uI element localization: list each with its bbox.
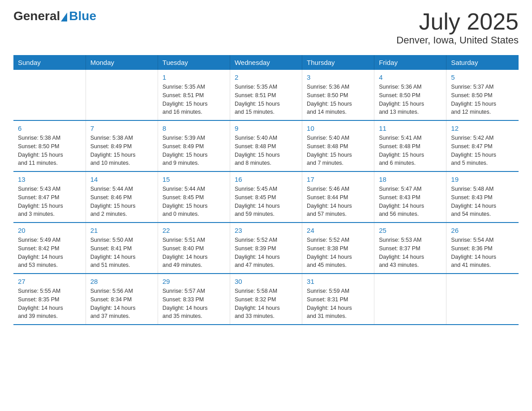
day-number: 24 xyxy=(307,227,369,234)
day-info: Sunrise: 5:41 AMSunset: 8:48 PMDaylight:… xyxy=(379,134,442,167)
week-row-1: 1Sunrise: 5:35 AMSunset: 8:51 PMDaylight… xyxy=(13,70,519,120)
header-sunday: Sunday xyxy=(13,55,86,70)
day-number: 26 xyxy=(451,227,514,234)
day-cell: 26Sunrise: 5:54 AMSunset: 8:36 PMDayligh… xyxy=(446,223,519,274)
day-info: Sunrise: 5:45 AMSunset: 8:45 PMDaylight:… xyxy=(235,185,297,218)
header-monday: Monday xyxy=(86,55,158,70)
day-info: Sunrise: 5:40 AMSunset: 8:48 PMDaylight:… xyxy=(235,134,297,167)
day-info: Sunrise: 5:53 AMSunset: 8:37 PMDaylight:… xyxy=(379,236,442,270)
day-info: Sunrise: 5:58 AMSunset: 8:32 PMDaylight:… xyxy=(235,287,297,321)
day-number: 23 xyxy=(235,227,297,234)
day-cell: 3Sunrise: 5:36 AMSunset: 8:50 PMDaylight… xyxy=(302,70,374,120)
day-cell: 12Sunrise: 5:42 AMSunset: 8:47 PMDayligh… xyxy=(446,120,519,171)
day-info: Sunrise: 5:47 AMSunset: 8:43 PMDaylight:… xyxy=(379,185,442,218)
day-cell: 29Sunrise: 5:57 AMSunset: 8:33 PMDayligh… xyxy=(158,274,230,325)
day-number: 28 xyxy=(90,278,153,285)
day-info: Sunrise: 5:38 AMSunset: 8:49 PMDaylight:… xyxy=(90,134,153,167)
day-number: 5 xyxy=(451,73,514,81)
header-saturday: Saturday xyxy=(446,55,519,70)
day-number: 8 xyxy=(163,124,225,132)
day-cell xyxy=(446,274,519,325)
day-number: 6 xyxy=(18,124,81,132)
day-cell: 24Sunrise: 5:52 AMSunset: 8:38 PMDayligh… xyxy=(302,223,374,274)
day-number: 4 xyxy=(379,73,442,81)
day-number: 1 xyxy=(163,73,225,81)
day-cell: 15Sunrise: 5:44 AMSunset: 8:45 PMDayligh… xyxy=(158,171,230,223)
day-info: Sunrise: 5:52 AMSunset: 8:38 PMDaylight:… xyxy=(307,236,369,270)
day-cell: 27Sunrise: 5:55 AMSunset: 8:35 PMDayligh… xyxy=(13,274,86,325)
day-cell: 13Sunrise: 5:43 AMSunset: 8:47 PMDayligh… xyxy=(13,171,86,223)
day-info: Sunrise: 5:55 AMSunset: 8:35 PMDaylight:… xyxy=(18,287,81,321)
day-info: Sunrise: 5:35 AMSunset: 8:51 PMDaylight:… xyxy=(163,83,225,116)
title-block: July 2025 Denver, Iowa, United States xyxy=(396,9,519,46)
day-cell xyxy=(86,70,158,120)
day-cell: 1Sunrise: 5:35 AMSunset: 8:51 PMDaylight… xyxy=(158,70,230,120)
week-row-3: 13Sunrise: 5:43 AMSunset: 8:47 PMDayligh… xyxy=(13,171,519,223)
day-cell: 23Sunrise: 5:52 AMSunset: 8:39 PMDayligh… xyxy=(230,223,302,274)
day-cell: 8Sunrise: 5:39 AMSunset: 8:49 PMDaylight… xyxy=(158,120,230,171)
day-number: 21 xyxy=(90,227,153,234)
day-info: Sunrise: 5:43 AMSunset: 8:47 PMDaylight:… xyxy=(18,185,81,218)
logo-blue-text: Blue xyxy=(69,9,96,23)
day-number: 12 xyxy=(451,124,514,132)
day-cell: 11Sunrise: 5:41 AMSunset: 8:48 PMDayligh… xyxy=(374,120,446,171)
day-cell: 14Sunrise: 5:44 AMSunset: 8:46 PMDayligh… xyxy=(86,171,158,223)
day-cell xyxy=(13,70,86,120)
day-cell: 9Sunrise: 5:40 AMSunset: 8:48 PMDaylight… xyxy=(230,120,302,171)
logo-triangle-icon xyxy=(61,13,67,21)
day-info: Sunrise: 5:42 AMSunset: 8:47 PMDaylight:… xyxy=(451,134,514,167)
day-number: 10 xyxy=(307,124,369,132)
day-cell: 5Sunrise: 5:37 AMSunset: 8:50 PMDaylight… xyxy=(446,70,519,120)
day-number: 29 xyxy=(163,278,225,285)
day-cell: 10Sunrise: 5:40 AMSunset: 8:48 PMDayligh… xyxy=(302,120,374,171)
header-wednesday: Wednesday xyxy=(230,55,302,70)
day-info: Sunrise: 5:39 AMSunset: 8:49 PMDaylight:… xyxy=(163,134,225,167)
logo: General Blue xyxy=(13,9,96,23)
day-info: Sunrise: 5:46 AMSunset: 8:44 PMDaylight:… xyxy=(307,185,369,218)
day-info: Sunrise: 5:59 AMSunset: 8:31 PMDaylight:… xyxy=(307,287,369,321)
day-number: 22 xyxy=(163,227,225,234)
logo-general-text: General xyxy=(13,9,60,23)
day-number: 11 xyxy=(379,124,442,132)
day-info: Sunrise: 5:51 AMSunset: 8:40 PMDaylight:… xyxy=(163,236,225,270)
calendar-title: July 2025 xyxy=(396,9,519,34)
day-cell: 20Sunrise: 5:49 AMSunset: 8:42 PMDayligh… xyxy=(13,223,86,274)
page-header: General Blue July 2025 Denver, Iowa, Uni… xyxy=(13,9,519,46)
day-number: 17 xyxy=(307,176,369,183)
day-cell: 2Sunrise: 5:35 AMSunset: 8:51 PMDaylight… xyxy=(230,70,302,120)
header-tuesday: Tuesday xyxy=(158,55,230,70)
day-cell: 6Sunrise: 5:38 AMSunset: 8:50 PMDaylight… xyxy=(13,120,86,171)
day-number: 16 xyxy=(235,176,297,183)
day-number: 31 xyxy=(307,278,369,285)
day-info: Sunrise: 5:38 AMSunset: 8:50 PMDaylight:… xyxy=(18,134,81,167)
day-info: Sunrise: 5:36 AMSunset: 8:50 PMDaylight:… xyxy=(379,83,442,116)
day-info: Sunrise: 5:57 AMSunset: 8:33 PMDaylight:… xyxy=(163,287,225,321)
calendar-table: SundayMondayTuesdayWednesdayThursdayFrid… xyxy=(13,55,519,325)
day-number: 19 xyxy=(451,176,514,183)
day-cell: 18Sunrise: 5:47 AMSunset: 8:43 PMDayligh… xyxy=(374,171,446,223)
day-number: 18 xyxy=(379,176,442,183)
day-number: 25 xyxy=(379,227,442,234)
day-info: Sunrise: 5:50 AMSunset: 8:41 PMDaylight:… xyxy=(90,236,153,270)
day-info: Sunrise: 5:56 AMSunset: 8:34 PMDaylight:… xyxy=(90,287,153,321)
day-info: Sunrise: 5:54 AMSunset: 8:36 PMDaylight:… xyxy=(451,236,514,270)
header-thursday: Thursday xyxy=(302,55,374,70)
day-cell: 28Sunrise: 5:56 AMSunset: 8:34 PMDayligh… xyxy=(86,274,158,325)
header-friday: Friday xyxy=(374,55,446,70)
day-cell: 16Sunrise: 5:45 AMSunset: 8:45 PMDayligh… xyxy=(230,171,302,223)
day-info: Sunrise: 5:49 AMSunset: 8:42 PMDaylight:… xyxy=(18,236,81,270)
day-cell: 21Sunrise: 5:50 AMSunset: 8:41 PMDayligh… xyxy=(86,223,158,274)
day-number: 3 xyxy=(307,73,369,81)
week-row-2: 6Sunrise: 5:38 AMSunset: 8:50 PMDaylight… xyxy=(13,120,519,171)
calendar-location: Denver, Iowa, United States xyxy=(396,34,519,46)
day-cell: 31Sunrise: 5:59 AMSunset: 8:31 PMDayligh… xyxy=(302,274,374,325)
day-info: Sunrise: 5:37 AMSunset: 8:50 PMDaylight:… xyxy=(451,83,514,116)
day-number: 30 xyxy=(235,278,297,285)
day-info: Sunrise: 5:44 AMSunset: 8:46 PMDaylight:… xyxy=(90,185,153,218)
day-cell xyxy=(374,274,446,325)
day-cell: 30Sunrise: 5:58 AMSunset: 8:32 PMDayligh… xyxy=(230,274,302,325)
day-info: Sunrise: 5:36 AMSunset: 8:50 PMDaylight:… xyxy=(307,83,369,116)
day-info: Sunrise: 5:52 AMSunset: 8:39 PMDaylight:… xyxy=(235,236,297,270)
day-info: Sunrise: 5:48 AMSunset: 8:43 PMDaylight:… xyxy=(451,185,514,218)
day-number: 13 xyxy=(18,176,81,183)
